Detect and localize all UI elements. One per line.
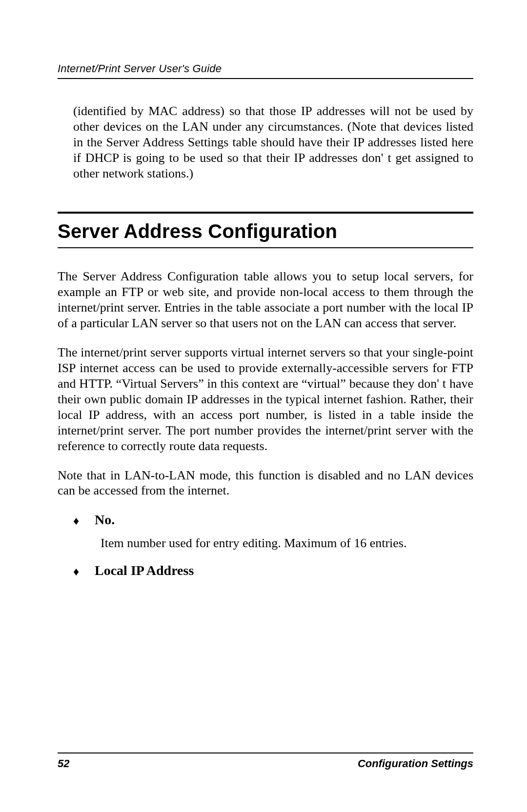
list-item: ♦ No. Item number used for entry editing… — [73, 512, 473, 551]
body-paragraph: The Server Address Configuration table a… — [58, 269, 473, 331]
field-list: ♦ No. Item number used for entry editing… — [73, 512, 473, 578]
section-rule-thin — [58, 247, 473, 248]
field-label: No. — [95, 512, 473, 528]
section-heading: Server Address Configuration — [58, 220, 473, 242]
body-paragraph: The internet/print server supports virtu… — [58, 345, 473, 454]
header-rule — [58, 78, 473, 79]
section-rule-thick — [58, 212, 473, 214]
footer-section-name: Configuration Settings — [358, 757, 473, 770]
page-content: Internet/Print Server User's Guide (iden… — [58, 62, 473, 763]
running-header: Internet/Print Server User's Guide — [58, 62, 473, 75]
field-description: Item number used for entry editing. Maxi… — [101, 535, 473, 551]
page-number: 52 — [58, 757, 69, 770]
page-footer: 52 Configuration Settings — [58, 753, 473, 770]
continuation-paragraph: (identified by MAC address) so that thos… — [73, 103, 473, 181]
diamond-bullet-icon: ♦ — [73, 566, 79, 577]
diamond-bullet-icon: ♦ — [73, 515, 79, 527]
field-label: Local IP Address — [95, 563, 473, 578]
list-item: ♦ Local IP Address — [73, 563, 473, 578]
body-paragraph: Note that in LAN-to-LAN mode, this funct… — [58, 468, 473, 499]
footer-rule — [58, 753, 473, 753]
